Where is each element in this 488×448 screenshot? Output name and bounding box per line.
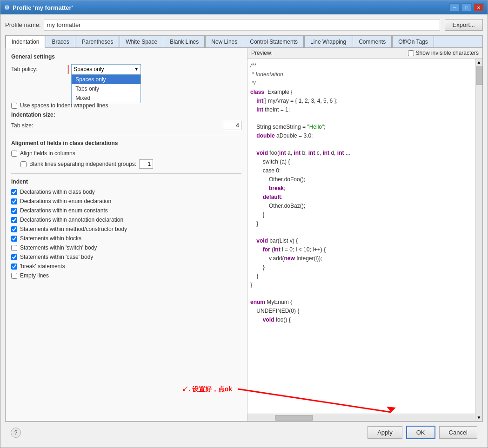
- separator-1: [11, 135, 241, 135]
- indent-checkbox-1[interactable]: [11, 198, 17, 204]
- window-title: Profile 'my formatter': [13, 4, 73, 11]
- preview-header: Preview: Show invisible characters: [247, 48, 482, 59]
- align-fields-checkbox[interactable]: [11, 151, 17, 157]
- indent-label-7: Statements within 'case' body: [20, 254, 93, 260]
- indent-label-3: Declarations within annotation declarati…: [20, 217, 123, 223]
- tab-size-input[interactable]: [223, 121, 241, 130]
- right-panel: Preview: Show invisible characters /** *…: [247, 48, 482, 421]
- option-mixed[interactable]: Mixed: [72, 93, 140, 103]
- window-icon: ⚙: [4, 4, 10, 11]
- tab-braces[interactable]: Braces: [46, 36, 75, 47]
- indent-checkbox-5[interactable]: [11, 236, 17, 242]
- tab-comments[interactable]: Comments: [353, 36, 392, 47]
- scroll-down-button[interactable]: ▼: [475, 414, 482, 421]
- alignment-title: Alignment of fields in class declaration…: [11, 140, 241, 146]
- indent-item-9: Empty lines: [11, 272, 241, 279]
- tab-linewrapping[interactable]: Line Wrapping: [304, 36, 352, 47]
- content-area: Profile name: Export... Indentation Brac…: [0, 14, 488, 448]
- option-tabs-only[interactable]: Tabs only: [72, 84, 140, 93]
- indent-label-6: Statements within 'switch' body: [20, 244, 97, 251]
- indent-item-1: Declarations within enum declaration: [11, 198, 241, 204]
- indent-checkbox-0[interactable]: [11, 189, 17, 195]
- vertical-scrollbar[interactable]: ▲ ▼: [475, 59, 482, 421]
- tab-indentation[interactable]: Indentation: [6, 36, 45, 48]
- indentation-size-row: Indentation size:: [11, 112, 241, 118]
- tab-policy-label: Tab policy:: [11, 66, 67, 72]
- indent-item-5: Statements within blocks: [11, 235, 241, 242]
- indent-checkbox-2[interactable]: [11, 208, 17, 214]
- preview-label: Preview:: [251, 50, 273, 56]
- indent-item-6: Statements within 'switch' body: [11, 244, 241, 251]
- tab-blanklines[interactable]: Blank Lines: [164, 36, 205, 47]
- align-fields-label: Align fields in columns: [20, 150, 75, 157]
- align-fields-row: Align fields in columns: [11, 150, 241, 157]
- use-spaces-row: Use spaces to indent wrapped lines: [11, 102, 241, 109]
- indent-item-3: Declarations within annotation declarati…: [11, 217, 241, 223]
- export-button[interactable]: Export...: [445, 19, 483, 31]
- blank-lines-label: Blank lines separating independent group…: [29, 161, 136, 167]
- left-panel: General settings Tab policy: | Spaces on…: [6, 48, 247, 421]
- indent-item-4: Statements within method/constructor bod…: [11, 226, 241, 232]
- close-button[interactable]: ✕: [474, 3, 484, 12]
- indent-checkbox-6[interactable]: [11, 245, 17, 251]
- tab-policy-dropdown[interactable]: Spaces only ▼: [71, 64, 141, 74]
- apply-button[interactable]: Apply: [368, 426, 402, 439]
- indent-checkbox-3[interactable]: [11, 217, 17, 223]
- title-bar: ⚙ Profile 'my formatter' ─ □ ✕: [0, 0, 488, 14]
- horizontal-scroll-thumb[interactable]: [275, 415, 313, 421]
- tab-size-row: Tab size:: [11, 121, 241, 130]
- tab-content: General settings Tab policy: | Spaces on…: [6, 48, 482, 421]
- indent-item-7: Statements within 'case' body: [11, 254, 241, 260]
- tab-policy-dropdown-container: Spaces only ▼ Spaces only Tabs only Mixe…: [71, 64, 141, 74]
- code-with-scroll: /** * Indentation */ class Example { int…: [247, 59, 482, 421]
- option-spaces-only[interactable]: Spaces only: [72, 75, 140, 84]
- horizontal-scrollbar[interactable]: [247, 414, 475, 421]
- help-button[interactable]: ?: [11, 428, 21, 438]
- tab-parentheses[interactable]: Parentheses: [76, 36, 119, 47]
- indent-title: Indent: [11, 178, 241, 185]
- minimize-button[interactable]: ─: [449, 3, 460, 12]
- profile-name-label: Profile name:: [5, 21, 41, 28]
- show-invisible-row: Show invisible characters: [408, 50, 479, 56]
- cursor-indicator: |: [67, 64, 69, 74]
- indent-label-4: Statements within method/constructor bod…: [20, 226, 127, 232]
- scroll-thumb[interactable]: [476, 66, 482, 85]
- indent-item-8: 'break' statements: [11, 263, 241, 270]
- code-preview[interactable]: /** * Indentation */ class Example { int…: [247, 59, 475, 414]
- general-settings-title: General settings: [11, 53, 241, 60]
- window: ⚙ Profile 'my formatter' ─ □ ✕ Profile n…: [0, 0, 488, 448]
- tab-controlstatements[interactable]: Control Statements: [244, 36, 304, 47]
- show-invisible-checkbox[interactable]: [408, 50, 414, 56]
- tab-policy-row: Tab policy: | Spaces only ▼ Spaces only: [11, 64, 241, 74]
- main-area: Indentation Braces Parentheses White Spa…: [5, 35, 483, 422]
- indent-checkbox-4[interactable]: [11, 226, 17, 232]
- dropdown-arrow-icon: ▼: [134, 66, 139, 72]
- scroll-up-button[interactable]: ▲: [475, 59, 482, 66]
- tab-whitespace[interactable]: White Space: [120, 36, 163, 47]
- use-spaces-checkbox[interactable]: [11, 103, 17, 109]
- indent-checkbox-8[interactable]: [11, 264, 17, 270]
- profile-name-input[interactable]: [44, 20, 440, 31]
- indent-label-2: Declarations within enum constants: [20, 207, 108, 214]
- indent-item-2: Declarations within enum constants: [11, 207, 241, 214]
- blank-lines-checkbox[interactable]: [20, 161, 27, 167]
- indent-checkbox-9[interactable]: [11, 273, 17, 279]
- blank-lines-value[interactable]: [139, 159, 153, 169]
- show-invisible-label: Show invisible characters: [416, 50, 479, 56]
- title-bar-controls: ─ □ ✕: [449, 3, 484, 12]
- indent-checkbox-7[interactable]: [11, 254, 17, 260]
- tab-size-label: Tab size:: [11, 122, 86, 129]
- cancel-button[interactable]: Cancel: [439, 426, 477, 439]
- bottom-bar: ? Apply OK Cancel: [5, 422, 483, 443]
- blank-lines-row: Blank lines separating independent group…: [11, 159, 241, 169]
- indent-label-9: Empty lines: [20, 272, 49, 279]
- indent-label-1: Declarations within enum declaration: [20, 198, 111, 204]
- maximize-button[interactable]: □: [461, 3, 472, 12]
- profile-row: Profile name: Export...: [5, 19, 483, 31]
- tab-newlines[interactable]: New Lines: [205, 36, 243, 47]
- tabs-bar: Indentation Braces Parentheses White Spa…: [6, 36, 482, 48]
- ok-button[interactable]: OK: [406, 426, 435, 439]
- tab-offontags[interactable]: Off/On Tags: [392, 36, 434, 47]
- code-scroll-area: /** * Indentation */ class Example { int…: [247, 59, 475, 421]
- indent-label-0: Declarations within class body: [20, 189, 95, 195]
